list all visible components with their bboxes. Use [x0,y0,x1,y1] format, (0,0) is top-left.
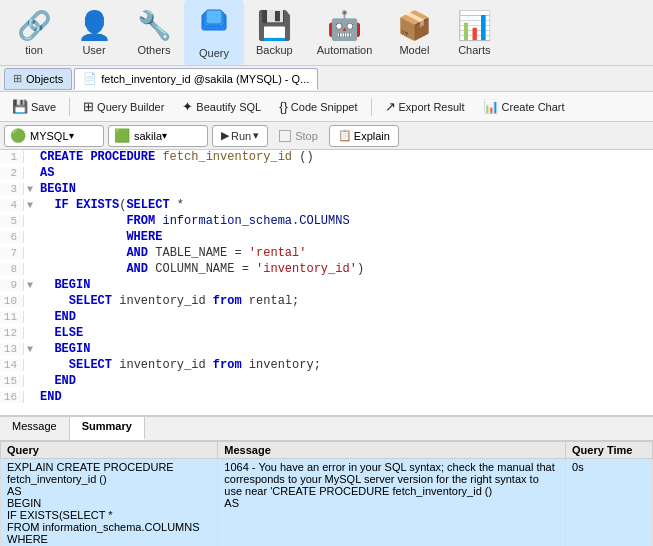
db-name-label: sakila [134,130,162,142]
result-table: Query Message Query Time EXPLAIN CREATE … [0,441,653,546]
message-tab-label: Message [12,420,57,432]
sep-1 [69,98,70,116]
others-icon: 🔧 [137,9,172,42]
file-icon: 📄 [83,72,97,85]
code-line-16: 16 END [0,390,653,406]
panel-content: Query Message Query Time EXPLAIN CREATE … [0,441,653,546]
code-line-6: 6 WHERE [0,230,653,246]
code-editor[interactable]: 1 CREATE PROCEDURE fetch_inventory_id ()… [0,150,653,416]
query-builder-button[interactable]: ⊞ Query Builder [75,96,172,117]
query-builder-label: Query Builder [97,101,164,113]
code-line-12: 12 ELSE [0,326,653,342]
run-label: Run [231,130,251,142]
stop-checkbox-icon [279,130,291,142]
nav-label-ion: tion [25,44,43,56]
nav-item-automation[interactable]: 🤖 Automation [305,0,385,65]
code-line-14: 14 SELECT inventory_id from inventory; [0,358,653,374]
nav-item-ion[interactable]: 🔗 tion [4,0,64,65]
sep-2 [371,98,372,116]
backup-icon: 💾 [257,9,292,42]
code-line-4: 4 ▼ IF EXISTS(SELECT * [0,198,653,214]
explain-button[interactable]: 📋 Explain [329,125,399,147]
code-line-13: 13 ▼ BEGIN [0,342,653,358]
nav-item-charts[interactable]: 📊 Charts [444,0,504,65]
objects-icon: ⊞ [13,72,22,85]
table-row: EXPLAIN CREATE PROCEDURE fetch_inventory… [1,459,653,547]
bottom-panel: Message Summary Query Message Query Time [0,416,653,546]
code-snippet-label: Code Snippet [291,101,358,113]
objects-label: Objects [26,73,63,85]
export-button[interactable]: ↗ Export Result [377,96,473,117]
save-icon: 💾 [12,99,28,114]
code-line-10: 10 SELECT inventory_id from rental; [0,294,653,310]
col-header-message: Message [218,442,566,459]
svg-rect-2 [206,10,222,24]
nav-label-automation: Automation [317,44,373,56]
message-tab[interactable]: Message [0,417,70,440]
nav-item-user[interactable]: 👤 User [64,0,124,65]
col-header-query: Query [1,442,218,459]
code-line-7: 7 AND TABLE_NAME = 'rental' [0,246,653,262]
code-line-8: 8 AND COLUMN_NAME = 'inventory_id') [0,262,653,278]
run-button[interactable]: ▶ Run ▾ [212,125,268,147]
code-line-3: 3 ▼ BEGIN [0,182,653,198]
tab-bar: ⊞ Objects 📄 fetch_inventory_id @sakila (… [0,66,653,92]
nav-label-backup: Backup [256,44,293,56]
objects-tab[interactable]: ⊞ Objects [4,68,72,90]
export-icon: ↗ [385,99,396,114]
create-chart-label: Create Chart [502,101,565,113]
db-type-select[interactable]: 🟢 MYSQL [4,125,104,147]
nav-item-backup[interactable]: 💾 Backup [244,0,305,65]
run-icon: ▶ [221,129,229,142]
code-line-2: 2 AS [0,166,653,182]
beautify-label: Beautify SQL [196,101,261,113]
charts-icon: 📊 [457,9,492,42]
panel-tabs: Message Summary [0,417,653,441]
query-bar: 🟢 MYSQL 🟩 sakila ▶ Run ▾ Stop 📋 Explain [0,122,653,150]
db-name-icon: 🟩 [114,128,130,143]
db-type-icon: 🟢 [10,128,26,143]
nav-label-model: Model [399,44,429,56]
user-icon: 👤 [77,9,112,42]
save-button[interactable]: 💾 Save [4,96,64,117]
code-snippet-button[interactable]: {} Code Snippet [271,96,365,117]
create-chart-icon: 📊 [483,99,499,114]
toolbar: 💾 Save ⊞ Query Builder ✦ Beautify SQL {}… [0,92,653,122]
file-tab[interactable]: 📄 fetch_inventory_id @sakila (MYSQL) - Q… [74,68,318,90]
create-chart-button[interactable]: 📊 Create Chart [475,96,573,117]
file-tab-label: fetch_inventory_id @sakila (MYSQL) - Q..… [101,73,309,85]
export-label: Export Result [399,101,465,113]
run-arrow: ▾ [253,129,259,142]
nav-item-others[interactable]: 🔧 Others [124,0,184,65]
summary-tab[interactable]: Summary [70,417,145,440]
beautify-icon: ✦ [182,99,193,114]
main-area: ⊞ Objects 📄 fetch_inventory_id @sakila (… [0,66,653,546]
row-message: 1064 - You have an error in your SQL syn… [218,459,566,547]
db-name-select[interactable]: 🟩 sakila [108,125,208,147]
nav-item-model[interactable]: 📦 Model [384,0,444,65]
code-line-9: 9 ▼ BEGIN [0,278,653,294]
stop-label: Stop [295,130,318,142]
nav-label-others: Others [137,44,170,56]
beautify-button[interactable]: ✦ Beautify SQL [174,96,269,117]
row-time: 0s [566,459,653,547]
summary-tab-label: Summary [82,420,132,432]
connection-icon: 🔗 [17,9,52,42]
row-query: EXPLAIN CREATE PROCEDURE fetch_inventory… [1,459,218,547]
model-icon: 📦 [397,9,432,42]
nav-label-user: User [82,44,105,56]
code-line-1: 1 CREATE PROCEDURE fetch_inventory_id () [0,150,653,166]
db-type-label: MYSQL [30,130,69,142]
nav-label-charts: Charts [458,44,490,56]
col-header-time: Query Time [566,442,653,459]
stop-button[interactable]: Stop [272,125,325,147]
top-nav: 🔗 tion 👤 User 🔧 Others Query 💾 Backup 🤖 … [0,0,653,66]
query-icon [198,6,230,45]
code-snippet-icon: {} [279,99,288,114]
code-line-5: 5 FROM information_schema.COLUMNS [0,214,653,230]
save-label: Save [31,101,56,113]
code-line-15: 15 END [0,374,653,390]
explain-label: Explain [354,130,390,142]
query-builder-icon: ⊞ [83,99,94,114]
nav-item-query[interactable]: Query [184,0,244,65]
